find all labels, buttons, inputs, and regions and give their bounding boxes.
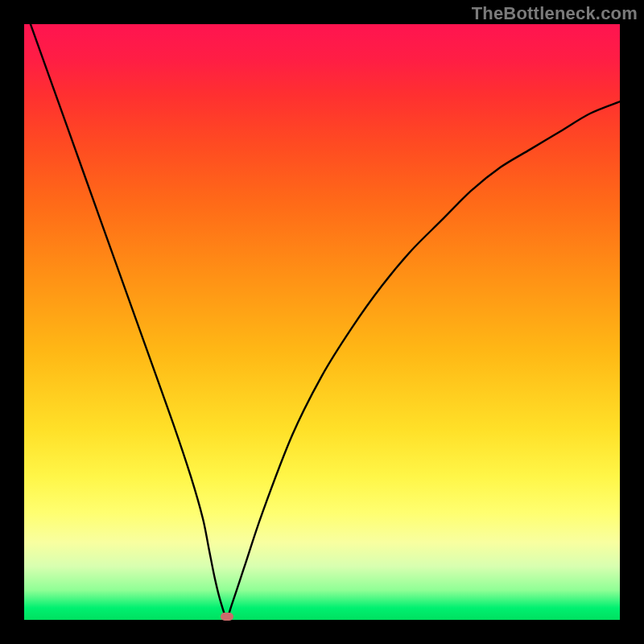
- curve-path: [24, 24, 620, 617]
- watermark-text: TheBottleneck.com: [472, 3, 638, 24]
- chart-frame: TheBottleneck.com: [0, 0, 644, 644]
- curve-svg: [24, 24, 620, 620]
- plot-area: [24, 24, 620, 620]
- minimum-marker: [221, 613, 233, 621]
